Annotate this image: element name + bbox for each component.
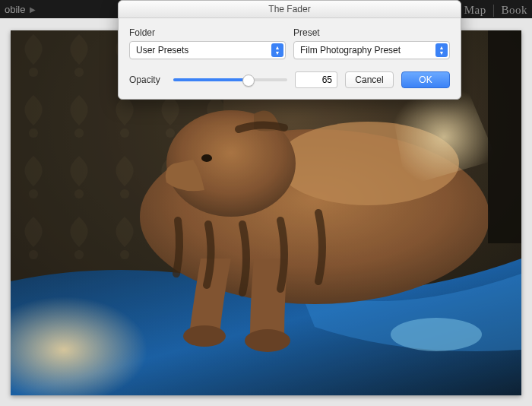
folder-label: Folder <box>129 27 286 38</box>
controls-row: Opacity Cancel OK <box>129 71 450 88</box>
preset-select[interactable]: Film Photography Preset ▲▼ <box>293 41 450 59</box>
fader-dialog: The Fader Folder Preset User Presets ▲▼ … <box>118 0 461 100</box>
select-row: User Presets ▲▼ Film Photography Preset … <box>129 41 450 59</box>
opacity-label: Opacity <box>129 75 166 85</box>
folder-select[interactable]: User Presets ▲▼ <box>129 41 286 59</box>
dialog-body: Folder Preset User Presets ▲▼ Film Photo… <box>119 18 461 99</box>
ok-button[interactable]: OK <box>401 71 450 88</box>
preset-label: Preset <box>293 27 450 38</box>
slider-fill <box>173 78 248 81</box>
module-tab-book-fragment[interactable]: Book <box>501 4 527 17</box>
disclosure-triangle-icon[interactable]: ▶ <box>30 5 36 14</box>
cancel-button[interactable]: Cancel <box>345 71 394 88</box>
select-labels-row: Folder Preset <box>129 27 450 38</box>
identity-plate-area: obile ▶ <box>5 4 36 15</box>
module-separator: | <box>492 3 496 17</box>
identity-plate-text-fragment: obile <box>5 4 25 15</box>
module-tab-map[interactable]: Map <box>464 4 486 17</box>
app-stage: obile ▶ Library | Develop | Map | Book <box>0 0 532 406</box>
slider-thumb[interactable] <box>242 75 255 87</box>
preset-select-value: Film Photography Preset <box>300 45 401 56</box>
folder-select-value: User Presets <box>136 45 188 56</box>
dropdown-stepper-icon: ▲▼ <box>271 43 283 57</box>
opacity-value-input[interactable] <box>295 71 337 88</box>
opacity-slider[interactable] <box>173 73 287 87</box>
dropdown-stepper-icon: ▲▼ <box>435 43 448 57</box>
dialog-title: The Fader <box>119 1 461 18</box>
